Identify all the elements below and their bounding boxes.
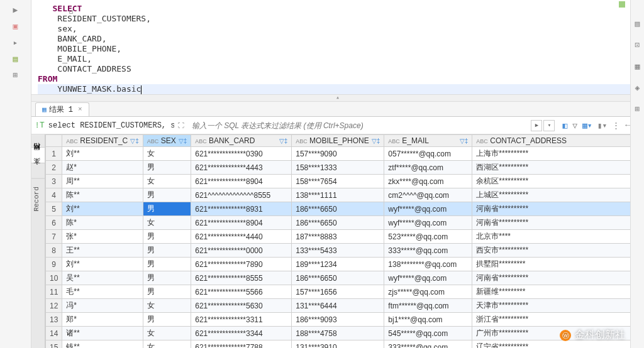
table-row[interactable]: 2赵*男621*************4443158****1333ztf**… [46, 161, 644, 175]
icon-2[interactable]: ▣ [11, 21, 21, 31]
cell-email[interactable]: wyf*****@qq.com [384, 202, 472, 216]
cell-resident[interactable]: 刘** [62, 147, 143, 161]
row-number[interactable]: 5 [46, 202, 62, 216]
row-number[interactable]: 13 [46, 313, 62, 327]
cell-mobile[interactable]: 133****5433 [292, 244, 384, 258]
rail-icon-1[interactable]: ▤ [635, 19, 640, 29]
cell-resident[interactable]: 毛** [62, 285, 143, 299]
cell-email[interactable]: ztf*****@qq.com [384, 161, 472, 175]
cell-bank[interactable]: 621*************5630 [191, 299, 292, 313]
vtab-text[interactable]: 文本 [31, 163, 45, 178]
cell-resident[interactable]: 王** [62, 244, 143, 258]
cell-sex[interactable]: 男 [143, 313, 191, 327]
cell-sex[interactable]: 男 [143, 271, 191, 285]
table-row[interactable]: 14诸**女621*************3344188****4758545… [46, 327, 644, 340]
cell-email[interactable]: cm2^^^^@qq.com [384, 188, 472, 202]
table-row[interactable]: 1刘**女621*************0390157****9090057*… [46, 147, 644, 161]
cell-email[interactable]: 545*****@qq.com [384, 327, 472, 340]
table-row[interactable]: 8王**男621*************0000133****5433333*… [46, 244, 644, 258]
filter-input[interactable] [188, 119, 528, 132]
table-row[interactable]: 12冯*女621*************5630131****6444ftm*… [46, 299, 644, 313]
cell-mobile[interactable]: 158****1333 [292, 161, 384, 175]
col-rownum[interactable] [46, 135, 62, 147]
cell-sex[interactable]: 男 [143, 285, 191, 299]
col-bank[interactable]: ABC BANK_CARD▽‡ [191, 135, 292, 147]
cell-bank[interactable]: 621*************8931 [191, 202, 292, 216]
cell-bank[interactable]: 621*************5566 [191, 285, 292, 299]
run-icon[interactable]: ▶ [11, 5, 21, 15]
cell-email[interactable]: bj1****@qq.com [384, 313, 472, 327]
col-mobile[interactable]: ABC MOBILE_PHONE▽‡ [292, 135, 384, 147]
cell-bank[interactable]: 621*************4440 [191, 230, 292, 244]
cell-mobile[interactable]: 131****6444 [292, 299, 384, 313]
icon-3[interactable]: ▸ [11, 38, 21, 48]
cell-sex[interactable]: 男 [143, 188, 191, 202]
cell-mobile[interactable]: 158****7654 [292, 175, 384, 188]
cell-bank[interactable]: 621*************7788 [191, 340, 292, 349]
cell-bank[interactable]: 621*************0390 [191, 147, 292, 161]
cell-bank[interactable]: 621*************8904 [191, 175, 292, 188]
cell-addr[interactable]: 河南省********** [472, 216, 644, 230]
table-row[interactable]: 9刘**男621*************7890189****1234138*… [46, 258, 644, 271]
fold-icon[interactable]: ⊟ [69, 7, 73, 17]
cell-resident[interactable]: 吴** [62, 271, 143, 285]
table-row[interactable]: 3周**女621*************8904158****7654zkx*… [46, 175, 644, 188]
cell-resident[interactable]: 刘** [62, 258, 143, 271]
cell-bank[interactable]: 621*************8555 [191, 271, 292, 285]
cell-mobile[interactable]: 131****3910 [292, 340, 384, 349]
cell-mobile[interactable]: 186****6650 [292, 216, 384, 230]
panel-icon[interactable]: ◧ [562, 121, 567, 131]
rail-icon-2[interactable]: ⊡ [635, 40, 640, 50]
cell-addr[interactable]: 上海市********** [472, 147, 644, 161]
cell-bank[interactable]: 621*************4443 [191, 161, 292, 175]
cell-resident[interactable]: 刘** [62, 202, 143, 216]
cell-bank[interactable]: 621*************0000 [191, 244, 292, 258]
rail-icon-3[interactable]: ▦ [635, 62, 640, 72]
cell-email[interactable]: 138********@qq.com [384, 258, 472, 271]
row-number[interactable]: 11 [46, 285, 62, 299]
cell-sex[interactable]: 男 [143, 202, 191, 216]
cell-email[interactable]: 333*****@qq.com [384, 340, 472, 349]
cell-mobile[interactable]: 187****8883 [292, 230, 384, 244]
row-number[interactable]: 7 [46, 230, 62, 244]
cell-email[interactable]: wyf*****@qq.com [384, 271, 472, 285]
funnel-icon[interactable]: ▽ [572, 121, 577, 131]
splitter[interactable]: ▴ [31, 94, 644, 102]
table-row[interactable]: 4陈**男621^^^^^^^^^^^^^8555138****1111cm2^… [46, 188, 644, 202]
icon-4[interactable]: ▤ [11, 54, 21, 64]
cell-bank[interactable]: 621*************3311 [191, 313, 292, 327]
cell-email[interactable]: ftm******@qq.com [384, 299, 472, 313]
cell-resident[interactable]: 陈** [62, 188, 143, 202]
col-email[interactable]: ABC E_MAIL▽‡ [384, 135, 472, 147]
row-number[interactable]: 8 [46, 244, 62, 258]
cell-email[interactable]: wyf*****@qq.com [384, 216, 472, 230]
col-addr[interactable]: ABC CONTACT_ADDRESS▽‡ [472, 135, 644, 147]
cell-sex[interactable]: 女 [143, 299, 191, 313]
cell-email[interactable]: 057******@qq.com [384, 147, 472, 161]
cell-resident[interactable]: 诸** [62, 327, 143, 340]
rail-icon-4[interactable]: ◈ [635, 83, 640, 93]
table-row[interactable]: 10吴**男621*************8555186****6650wyf… [46, 271, 644, 285]
col-sex[interactable]: ABC SEX▽‡ [143, 135, 191, 147]
expand-icon[interactable]: ⛶ [178, 122, 184, 129]
cell-addr[interactable]: 西湖区********** [472, 161, 644, 175]
row-number[interactable]: 9 [46, 258, 62, 271]
cell-sex[interactable]: 女 [143, 175, 191, 188]
rail-icon-5[interactable]: ⊞ [635, 104, 640, 114]
cell-addr[interactable]: 河南省********** [472, 202, 644, 216]
cell-bank[interactable]: 621*************8904 [191, 216, 292, 230]
col-resident[interactable]: ABC RESIDENT_C▽‡ [62, 135, 143, 147]
table-row[interactable]: 13郑*男621*************3311186****9093bj1*… [46, 313, 644, 327]
table-row[interactable]: 11毛**男621*************5566157****1656zjs… [46, 285, 644, 299]
tab-results-1[interactable]: ▦ 结果 1 × [35, 102, 89, 116]
cell-email[interactable]: 523*****@qq.com [384, 230, 472, 244]
table-row[interactable]: 5刘**男621*************8931186****6650wyf*… [46, 202, 644, 216]
cell-resident[interactable]: 钱** [62, 340, 143, 349]
cell-resident[interactable]: 郑* [62, 313, 143, 327]
cell-sex[interactable]: 男 [143, 258, 191, 271]
nav-dropdown-button[interactable]: ▾ [543, 120, 555, 131]
row-number[interactable]: 4 [46, 188, 62, 202]
arrow-icon[interactable]: ← [625, 121, 630, 131]
cell-bank[interactable]: 621*************7890 [191, 258, 292, 271]
cell-mobile[interactable]: 186****6650 [292, 271, 384, 285]
